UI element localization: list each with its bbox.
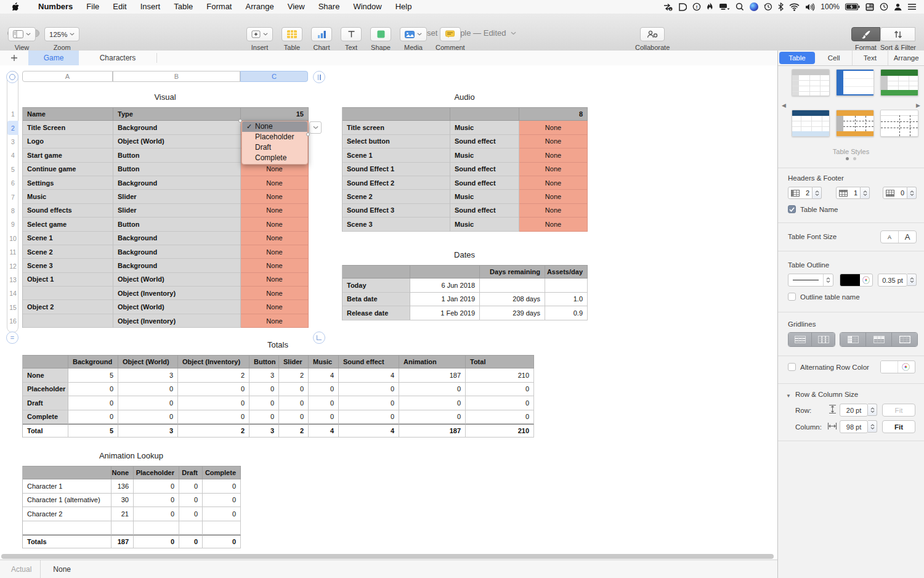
- table-cell[interactable]: 0: [466, 396, 534, 410]
- header-cell[interactable]: 15: [241, 107, 309, 121]
- menu-item-edit[interactable]: Edit: [106, 0, 133, 14]
- header-row-gridline-button[interactable]: [866, 333, 892, 346]
- table-cell[interactable]: Object (World): [113, 300, 241, 314]
- table-cell[interactable]: Start game: [23, 149, 113, 162]
- vertical-gridlines-button[interactable]: [812, 333, 835, 346]
- table-cell[interactable]: [23, 521, 111, 535]
- dropdown-item-placeholder[interactable]: Placeholder: [242, 132, 307, 142]
- table-select-handle[interactable]: [6, 71, 18, 83]
- sidebar-tab-arrange[interactable]: Arrange: [888, 51, 924, 65]
- table-cell[interactable]: 1 Jan 2019: [410, 293, 480, 306]
- chart-button[interactable]: Chart: [311, 27, 332, 51]
- table-cell[interactable]: 187: [399, 424, 466, 438]
- header-cell[interactable]: Object (World): [118, 355, 178, 368]
- table-cell[interactable]: Character 1 (alternative): [23, 494, 111, 507]
- table-cell[interactable]: 4: [309, 368, 339, 382]
- table-cell[interactable]: Scene 1: [342, 149, 450, 162]
- table-cell[interactable]: 5: [68, 424, 118, 438]
- table-cell[interactable]: 4: [339, 368, 399, 382]
- table-cell[interactable]: Music: [450, 218, 519, 231]
- sidebar-tab-table[interactable]: Table: [779, 52, 815, 64]
- table-cell[interactable]: 0: [134, 535, 179, 548]
- row-number-6[interactable]: 6: [7, 176, 18, 190]
- row-height-stepper[interactable]: [868, 404, 877, 416]
- column-width-stepper[interactable]: [868, 420, 877, 433]
- shape-button[interactable]: Shape: [370, 27, 391, 51]
- table-cell[interactable]: 0: [179, 535, 203, 548]
- table-cell[interactable]: 0: [466, 410, 534, 424]
- table-style-green[interactable]: [880, 69, 918, 96]
- table-cell[interactable]: Background: [113, 232, 241, 245]
- table-cell[interactable]: None: [519, 149, 588, 162]
- insert-button[interactable]: Insert: [246, 27, 273, 51]
- column-header-A[interactable]: A: [22, 71, 113, 82]
- font-larger-button[interactable]: A: [899, 231, 916, 243]
- table-cell[interactable]: 0: [309, 383, 339, 396]
- table-cell[interactable]: Object (World): [113, 273, 241, 287]
- outline-line-style-dropdown[interactable]: [788, 274, 833, 287]
- menu-item-arrange[interactable]: Arrange: [238, 0, 280, 14]
- menu-item-view[interactable]: View: [281, 0, 312, 14]
- table-cell[interactable]: 0: [309, 410, 339, 424]
- header-cell[interactable]: Name: [23, 107, 113, 121]
- view-control[interactable]: View: [8, 27, 36, 51]
- styles-prev-arrow[interactable]: ◀: [782, 102, 786, 108]
- row-number-11[interactable]: 11: [7, 245, 18, 259]
- column-fit-button[interactable]: Fit: [882, 420, 915, 433]
- table-cell[interactable]: Title Screen: [23, 121, 113, 134]
- table-style-headers[interactable]: [792, 110, 830, 137]
- table-cell[interactable]: 3: [118, 368, 178, 382]
- outline-color-well[interactable]: [840, 274, 873, 287]
- row-height-field[interactable]: 20 pt: [840, 404, 868, 417]
- table-cell[interactable]: Character 1: [23, 479, 111, 493]
- row-number-5[interactable]: 5: [7, 163, 18, 176]
- table-cell[interactable]: None: [241, 300, 309, 314]
- table-cell[interactable]: Sound effect: [450, 204, 519, 218]
- table-cell[interactable]: 0: [118, 410, 178, 424]
- header-cell[interactable]: Total: [466, 355, 534, 368]
- popup-chevron-button[interactable]: [309, 121, 322, 134]
- table-cell[interactable]: 0: [279, 383, 309, 396]
- table-cell[interactable]: None: [519, 135, 588, 149]
- table-cell[interactable]: Scene 3: [342, 218, 450, 231]
- table-cell[interactable]: 0.9: [545, 306, 588, 320]
- table-cell[interactable]: 208 days: [480, 293, 545, 306]
- menu-item-numbers[interactable]: Numbers: [31, 0, 79, 14]
- siri-icon[interactable]: [750, 2, 758, 11]
- header-columns-stepper[interactable]: 2: [788, 187, 822, 199]
- table-cell[interactable]: 1 Feb 2019: [410, 306, 480, 320]
- table-cell[interactable]: Scene 3: [23, 259, 113, 272]
- alternating-row-color-well[interactable]: [880, 360, 915, 373]
- dropdown-item-draft[interactable]: Draft: [242, 142, 307, 153]
- menu-item-format[interactable]: Format: [200, 0, 238, 14]
- table-cell[interactable]: Settings: [23, 176, 113, 190]
- header-cell[interactable]: [342, 107, 450, 121]
- header-cell[interactable]: Placeholder: [134, 466, 179, 479]
- table-cell[interactable]: Select button: [342, 135, 450, 149]
- table-cell[interactable]: Totals: [23, 535, 111, 548]
- table-cell[interactable]: [480, 279, 545, 292]
- disclosure-triangle[interactable]: ▼: [786, 393, 791, 399]
- table-cell[interactable]: 2: [178, 368, 249, 382]
- table-cell[interactable]: 4: [309, 424, 339, 438]
- table-cell[interactable]: None: [241, 190, 309, 203]
- table-cell[interactable]: Background: [113, 121, 241, 134]
- header-cell[interactable]: 8: [519, 107, 588, 121]
- header-cell[interactable]: Background: [68, 355, 118, 368]
- dropdown-item-none[interactable]: ✓None: [242, 121, 307, 132]
- header-cell[interactable]: Complete: [203, 466, 241, 479]
- table-cell[interactable]: Continue game: [23, 163, 113, 176]
- cell-selection-handle[interactable]: [306, 132, 310, 136]
- header-cell[interactable]: [23, 466, 111, 479]
- sidebar-tab-cell[interactable]: Cell: [816, 51, 853, 65]
- table-cell[interactable]: Music: [450, 121, 519, 134]
- table-cell[interactable]: 0: [249, 396, 279, 410]
- table-cell[interactable]: 0: [203, 507, 241, 521]
- table-cell[interactable]: 6 Jun 2018: [410, 279, 480, 292]
- row-number-2[interactable]: 2: [7, 121, 18, 134]
- table-cell[interactable]: Complete: [23, 410, 68, 424]
- header-cell[interactable]: [410, 265, 480, 279]
- table-cell[interactable]: 0: [203, 535, 241, 548]
- table-cell[interactable]: None: [519, 163, 588, 176]
- header-cell[interactable]: [342, 265, 410, 279]
